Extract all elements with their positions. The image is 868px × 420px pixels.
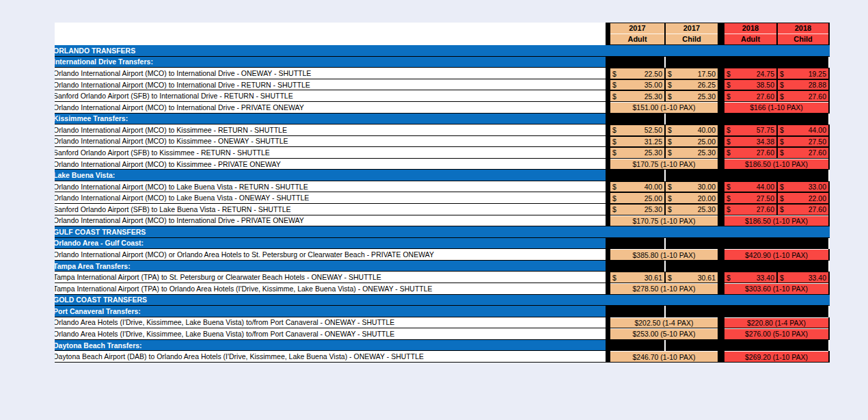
route-description-cell[interactable]: Sanford Orlando Airport (SFB) to Kissimm… xyxy=(55,147,606,159)
price-cell-2017-adult[interactable]: $22.50 xyxy=(610,68,664,79)
price-cell-merged-2018[interactable]: $269.20 (1-10 PAX) xyxy=(724,351,828,363)
price-cell-2017-child[interactable]: $30.61 xyxy=(666,272,718,283)
route-description-cell[interactable]: Sanford Orlando Airport (SFB) to Lake Bu… xyxy=(55,204,606,215)
route-description-cell[interactable]: Orlando International Airport (MCO) to L… xyxy=(55,192,606,204)
col-header-2017-child[interactable]: Child xyxy=(666,34,718,46)
col-header-2018-adult[interactable]: Adult xyxy=(724,34,776,46)
route-description-cell[interactable]: Sanford Orlando Airport (SFB) to Interna… xyxy=(55,90,606,102)
subsection-header-cell[interactable]: Kissimmee Transfers: xyxy=(55,114,606,125)
price-cell-2017-child[interactable]: $26.25 xyxy=(666,79,718,91)
price-cell-2018-child[interactable]: $33.00 xyxy=(778,181,828,193)
price-cell-merged-2017[interactable]: $170.75 (1-10 PAX) xyxy=(610,159,718,170)
year-header-2018-child[interactable]: 2018 xyxy=(778,23,828,34)
price-cell-merged-2018[interactable]: $420.90 (1-10 PAX) xyxy=(724,249,828,261)
price-cell-2017-adult[interactable]: $40.00 xyxy=(610,181,664,193)
price-cell-2017-adult[interactable]: $25.30 xyxy=(610,147,664,159)
price-cell-merged-2018[interactable]: $276.00 (5-10 PAX) xyxy=(724,328,828,340)
price-cell-2018-child[interactable]: $28.88 xyxy=(778,79,828,91)
price-cell-2018-adult[interactable]: $27.60 xyxy=(724,90,776,102)
price-cell-2018-adult[interactable]: $34.38 xyxy=(724,136,776,148)
price-cell-2018-adult[interactable]: $57.75 xyxy=(724,124,776,136)
route-description-cell[interactable]: Orlando Area Hotels (I'Drive, Kissimmee,… xyxy=(55,328,606,340)
price-cell-2017-adult[interactable]: $35.00 xyxy=(610,79,664,91)
price-cell-2017-adult[interactable]: $52.50 xyxy=(610,124,664,136)
empty-cell xyxy=(724,57,776,68)
subsection-header-cell[interactable]: Port Canaveral Transfers: xyxy=(55,306,606,317)
section-header-cell[interactable]: GULF COAST TRANSFERS xyxy=(55,226,830,238)
route-description-cell[interactable]: Orlando Area Hotels (I'Drive, Kissimmee,… xyxy=(55,317,606,329)
route-description-cell[interactable]: Tampa International Airport (TPA) to St.… xyxy=(55,272,606,283)
empty-cell xyxy=(610,238,664,250)
price-cell-2017-child[interactable]: $25.30 xyxy=(666,147,718,159)
price-cell-merged-2018[interactable]: $220.80 (1-4 PAX) xyxy=(724,317,828,329)
price-cell-2017-adult[interactable]: $31.25 xyxy=(610,136,664,148)
blank-top-left-cell[interactable] xyxy=(55,34,606,46)
price-cell-2018-adult[interactable]: $27.50 xyxy=(724,192,776,204)
price-cell-merged-2017[interactable]: $202.50 (1-4 PAX) xyxy=(610,317,718,329)
route-description-cell[interactable]: Orlando International Airport (MCO) to I… xyxy=(55,102,606,114)
route-description-cell[interactable]: Orlando International Airport (MCO) to K… xyxy=(55,136,606,148)
price-cell-2018-child[interactable]: $19.25 xyxy=(778,68,828,79)
price-cell-2018-adult[interactable]: $44.00 xyxy=(724,181,776,193)
price-cell-2017-child[interactable]: $17.50 xyxy=(666,68,718,79)
price-cell-merged-2017[interactable]: $151.00 (1-10 PAX) xyxy=(610,102,718,114)
price-cell-2017-adult[interactable]: $30.61 xyxy=(610,272,664,283)
route-description-cell[interactable]: Orlando International Airport (MCO) to K… xyxy=(55,159,606,170)
price-cell-merged-2018[interactable]: $186.50 (1-10 PAX) xyxy=(724,159,828,170)
price-cell-2018-adult[interactable]: $27.60 xyxy=(724,147,776,159)
route-description-cell[interactable]: Orlando International Airport (MCO) or O… xyxy=(55,249,606,261)
price-cell-2018-child[interactable]: $22.00 xyxy=(778,192,828,204)
section-header-cell[interactable]: GOLD COAST TRANSFERS xyxy=(55,295,830,306)
route-description-cell[interactable]: Tampa International Airport (TPA) to Orl… xyxy=(55,283,606,295)
route-description-cell[interactable]: Orlando International Airport (MCO) to I… xyxy=(55,68,606,79)
subsection-header-cell[interactable]: Orlando Area - Gulf Coast: xyxy=(55,238,606,250)
price-cell-2018-child[interactable]: $27.50 xyxy=(778,136,828,148)
route-description-cell[interactable]: Orlando International Airport (MCO) to L… xyxy=(55,181,606,193)
price-cell-2018-adult[interactable]: $24.75 xyxy=(724,68,776,79)
price-cell-merged-2017[interactable]: $246.70 (1-10 PAX) xyxy=(610,351,718,363)
col-header-2017-adult[interactable]: Adult xyxy=(610,34,664,46)
price-cell-merged-2017[interactable]: $278.50 (1-10 PAX) xyxy=(610,283,718,295)
price-cell-2017-adult[interactable]: $25.00 xyxy=(610,192,664,204)
price-cell-merged-2017[interactable]: $385.80 (1-10 PAX) xyxy=(610,249,718,261)
sheet-right-edge xyxy=(828,23,830,34)
price-cell-2018-child[interactable]: $27.60 xyxy=(778,90,828,102)
price-cell-2018-adult[interactable]: $38.50 xyxy=(724,79,776,91)
subsection-header-cell[interactable]: Daytona Beach Transfers: xyxy=(55,340,606,352)
route-description-cell[interactable]: Orlando International Airport (MCO) to I… xyxy=(55,215,606,227)
price-cell-2017-child[interactable]: $30.00 xyxy=(666,181,718,193)
price-cell-merged-2018[interactable]: $186.50 (1-10 PAX) xyxy=(724,215,828,227)
section-header-cell[interactable]: ORLANDO TRANSFERS xyxy=(55,45,830,57)
column-gap xyxy=(718,159,724,170)
route-description-cell[interactable]: Daytona Beach Airport (DAB) to Orlando A… xyxy=(55,351,606,363)
year-header-2018-adult[interactable]: 2018 xyxy=(724,23,776,34)
year-header-2017-child[interactable]: 2017 xyxy=(666,23,718,34)
price-cell-2017-child[interactable]: $40.00 xyxy=(666,124,718,136)
subsection-header-cell[interactable]: International Drive Transfers: xyxy=(55,57,606,68)
subsection-header-cell[interactable]: Tampa Area Transfers: xyxy=(55,261,606,272)
currency-symbol: $ xyxy=(668,194,672,202)
route-description-cell[interactable]: Orlando International Airport (MCO) to I… xyxy=(55,79,606,91)
price-cell-2017-adult[interactable]: $25.30 xyxy=(610,204,664,215)
price-cell-2017-child[interactable]: $20.00 xyxy=(666,192,718,204)
price-cell-2018-child[interactable]: $27.60 xyxy=(778,204,828,215)
price-cell-merged-2018[interactable]: $303.60 (1-10 PAX) xyxy=(724,283,828,295)
price-cell-merged-2017[interactable]: $170.75 (1-10 PAX) xyxy=(610,215,718,227)
year-header-2017-adult[interactable]: 2017 xyxy=(610,23,664,34)
price-cell-2018-child[interactable]: $33.40 xyxy=(778,272,828,283)
price-cell-2017-child[interactable]: $25.00 xyxy=(666,136,718,148)
price-cell-2017-child[interactable]: $25.30 xyxy=(666,204,718,215)
price-cell-2017-child[interactable]: $25.30 xyxy=(666,90,718,102)
price-cell-2018-adult[interactable]: $33.40 xyxy=(724,272,776,283)
col-header-2018-child[interactable]: Child xyxy=(778,34,828,46)
price-cell-2017-adult[interactable]: $25.30 xyxy=(610,90,664,102)
currency-symbol: $ xyxy=(780,148,784,157)
route-description-cell[interactable]: Orlando International Airport (MCO) to K… xyxy=(55,124,606,136)
price-cell-2018-adult[interactable]: $27.60 xyxy=(724,204,776,215)
price-cell-2018-child[interactable]: $44.00 xyxy=(778,124,828,136)
price-cell-merged-2018[interactable]: $166 (1-10 PAX) xyxy=(724,102,828,114)
subsection-header-cell[interactable]: Lake Buena Vista: xyxy=(55,170,606,181)
blank-top-left-cell[interactable] xyxy=(55,23,606,34)
price-cell-2018-child[interactable]: $27.60 xyxy=(778,147,828,159)
price-cell-merged-2017[interactable]: $253.00 (5-10 PAX) xyxy=(610,328,718,340)
